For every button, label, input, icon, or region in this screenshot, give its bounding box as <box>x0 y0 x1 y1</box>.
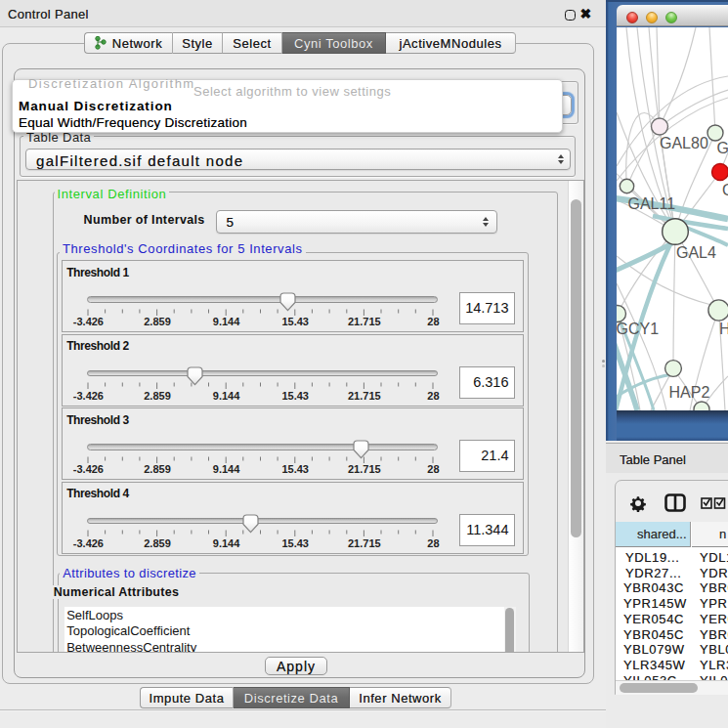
svg-text:GCY1: GCY1 <box>617 321 659 337</box>
svg-text:HAP2: HAP2 <box>669 384 710 401</box>
svg-text:GAL2: GAL2 <box>717 140 728 156</box>
svg-text:CDC1: CDC1 <box>722 182 728 198</box>
svg-text:GAL80: GAL80 <box>660 135 708 151</box>
svg-text:GAL11: GAL11 <box>628 195 676 212</box>
svg-text:HA: HA <box>719 321 728 337</box>
svg-text:GAL4: GAL4 <box>676 244 716 261</box>
